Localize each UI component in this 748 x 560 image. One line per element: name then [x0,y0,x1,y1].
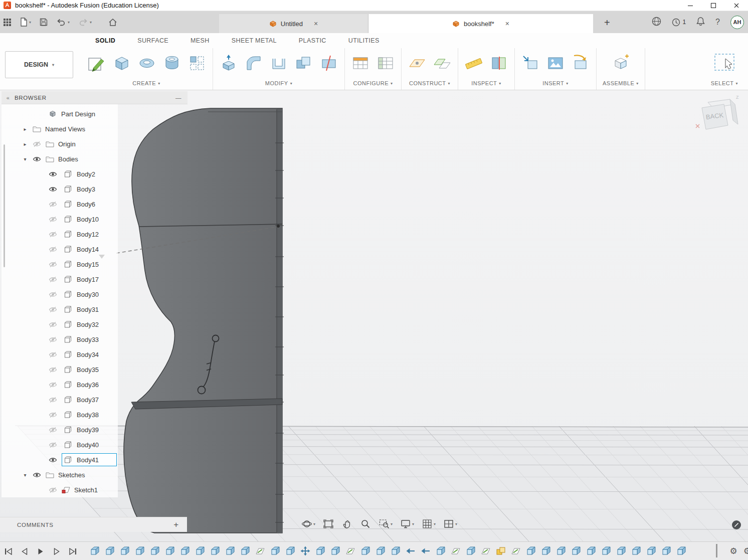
timeline-feature-22-arrow-icon[interactable] [405,545,416,557]
body-row-box[interactable]: Body15 [62,258,117,271]
viewcube[interactable]: BACK Z [693,94,741,144]
maximize-button[interactable] [702,0,725,11]
visibility-toggle-icon[interactable] [49,185,58,193]
visibility-toggle-icon[interactable] [33,471,42,478]
tab-solid[interactable]: SOLID [84,33,126,48]
visibility-toggle-icon[interactable] [49,291,58,298]
visibility-toggle-icon[interactable] [49,276,58,283]
body-row-box[interactable]: Body37 [62,393,117,406]
timeline-feature-13-body-icon[interactable] [270,545,281,557]
timeline-feature-14-body-icon[interactable] [285,545,296,557]
group-label[interactable]: CONSTRUCT [409,80,446,86]
play-button[interactable] [35,546,46,557]
timeline-feature-40-body-icon[interactable] [676,545,687,557]
browser-scrollbar[interactable] [4,144,5,267]
redo-button[interactable]: ▾ [78,18,92,26]
fillet-button[interactable] [244,54,263,75]
fit-button[interactable] [321,517,336,531]
timeline-feature-17-body-icon[interactable] [330,545,341,557]
step-forward-button[interactable] [51,546,62,557]
timeline-feature-9-body-icon[interactable] [210,545,221,557]
browser-body-row-body6[interactable]: Body6 [2,197,118,212]
user-avatar[interactable]: AH [730,16,744,29]
visibility-toggle-icon[interactable] [33,155,42,162]
torus-button[interactable] [137,54,156,75]
body-row-box[interactable]: Body36 [62,378,117,391]
select-button[interactable] [713,53,736,76]
measure-button[interactable] [464,54,483,75]
timeline-options-gear-icon[interactable]: ⚙ [743,546,748,556]
visibility-toggle-icon[interactable] [49,216,58,223]
browser-body-row-body37[interactable]: Body37 [2,392,118,407]
timeline-feature-16-body-icon[interactable] [315,545,326,557]
timeline-feature-38-body-icon[interactable] [646,545,657,557]
comments-bar[interactable]: COMMENTS + [0,517,187,532]
timeline-feature-4-body-icon[interactable] [134,545,145,557]
timeline-feature-24-body-icon[interactable] [435,545,446,557]
browser-named-views-row[interactable]: ▸ Named Views [2,121,118,136]
browser-origin-row[interactable]: ▸ Origin [2,136,118,151]
press-pull-button[interactable] [219,54,238,75]
combine-button[interactable] [294,54,313,75]
visibility-toggle-icon[interactable] [49,486,58,493]
offset-plane-button[interactable] [408,54,427,75]
group-label[interactable]: INSERT [542,80,564,86]
minimize-button[interactable] [679,0,702,11]
go-to-end-button[interactable] [67,546,78,557]
group-label[interactable]: ASSEMBLE [603,80,634,86]
visibility-toggle-icon[interactable] [49,336,58,343]
body-row-box[interactable]: Body40 [62,438,117,451]
minimize-panel-icon[interactable]: — [175,95,181,101]
timeline-settings-gear-icon[interactable]: ⚙ [730,546,737,556]
new-tab-button[interactable]: + [604,17,610,29]
body-row-box[interactable]: Body17 [62,273,117,286]
file-menu-button[interactable]: ▾ [20,18,31,27]
job-status-button[interactable]: 1 [672,18,686,27]
configuration-table-button[interactable] [376,54,395,75]
tab-plastic[interactable]: PLASTIC [288,33,337,48]
visibility-toggle-icon[interactable] [49,351,58,358]
timeline-feature-6-body-icon[interactable] [164,545,175,557]
visibility-toggle-icon[interactable] [49,246,58,253]
browser-body-row-body12[interactable]: Body12 [2,227,118,242]
workspace-selector[interactable]: DESIGN ▾ [5,51,73,78]
timeline-feature-19-body-icon[interactable] [360,545,371,557]
browser-body-row-body36[interactable]: Body36 [2,377,118,392]
group-label[interactable]: MODIFY [265,80,288,86]
timeline-feature-18-sketch-icon[interactable] [345,545,356,557]
decal-button[interactable] [571,54,590,75]
browser-body-row-body10[interactable]: Body10 [2,212,118,227]
split-body-button[interactable] [319,54,338,75]
timeline-feature-34-body-icon[interactable] [586,545,597,557]
new-component-button[interactable] [611,54,630,75]
body-row-box[interactable]: Body3 [62,182,117,196]
browser-sketch1-row[interactable]: Sketch1 [2,482,118,497]
collapse-panel-icon[interactable]: « [2,95,15,101]
document-tab-untitled[interactable]: Untitled × [219,14,368,33]
body-row-box[interactable]: Body10 [62,213,117,226]
body-row-box[interactable]: Body38 [62,408,117,421]
go-to-start-button[interactable] [3,546,14,557]
timeline-feature-1-body-icon[interactable] [89,545,100,557]
visibility-toggle-icon[interactable] [49,396,58,403]
zoom-window-button[interactable]: ▾ [377,517,395,531]
body-row-box[interactable]: Body31 [62,303,117,316]
timeline-feature-7-body-icon[interactable] [179,545,191,557]
visibility-toggle-icon[interactable] [49,170,58,177]
timeline-feature-35-body-icon[interactable] [601,545,612,557]
tab-surface[interactable]: SURFACE [126,33,179,48]
body-row-box[interactable]: Body33 [62,333,117,346]
browser-bodies-row[interactable]: ▾ Bodies [2,151,118,166]
timeline-feature-25-sketch-icon[interactable] [450,545,461,557]
visibility-toggle-icon[interactable] [49,321,58,328]
visibility-toggle-icon[interactable] [49,306,58,313]
browser-header[interactable]: « BROWSER — [2,91,188,104]
timeline-scrollbar-handle[interactable] [716,544,717,557]
browser-body-row-body35[interactable]: Body35 [2,362,118,377]
collapse-caret-icon[interactable]: ▾ [22,472,29,478]
close-tab-icon[interactable]: × [505,20,509,28]
group-label[interactable]: CONFIGURE [353,80,389,86]
document-tab-bookshelf[interactable]: bookshelf* × [368,14,593,33]
help-button[interactable]: ? [715,18,720,27]
browser-body-row-body15[interactable]: Body15 [2,257,118,272]
